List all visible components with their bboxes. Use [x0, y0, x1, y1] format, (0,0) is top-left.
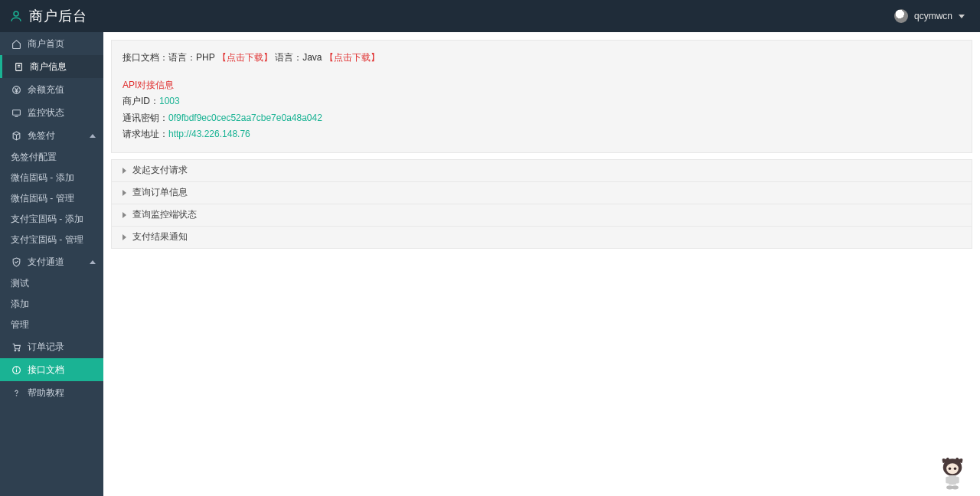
accordion-title: 查询订单信息	[132, 186, 188, 199]
username: qcymwcn	[914, 11, 952, 21]
svg-rect-5	[12, 109, 20, 115]
sidebar-sub-ali-add[interactable]: 支付宝固码 - 添加	[0, 209, 103, 230]
sidebar-item-label: 微信固码 - 管理	[11, 192, 74, 205]
accordion-title: 支付结果通知	[132, 230, 188, 243]
sidebar: 商户首页 商户信息 余额充值 监控状态 免签付 免签付配置 微信固码 - 添加 …	[0, 32, 103, 496]
sidebar-sub-ali-manage[interactable]: 支付宝固码 - 管理	[0, 230, 103, 250]
svg-point-15	[949, 468, 952, 471]
sidebar-sub-mq-config[interactable]: 免签付配置	[0, 147, 103, 168]
doc-prefix: 接口文档：语言：PHP	[122, 52, 214, 63]
api-accordion: 发起支付请求 查询订单信息 查询监控端状态 支付结果通知	[111, 159, 972, 249]
sidebar-item-label: 接口文档	[28, 364, 64, 377]
sidebar-sub-ch-add[interactable]: 添加	[0, 294, 103, 315]
sidebar-item-channel[interactable]: 支付通道	[0, 250, 103, 273]
svg-point-11	[16, 367, 17, 368]
api-info-panel: 接口文档：语言：PHP 【点击下载】 语言：Java 【点击下载】 API对接信…	[111, 40, 972, 153]
chevron-right-icon	[122, 212, 126, 218]
sidebar-item-label: 添加	[11, 298, 29, 311]
sidebar-item-label: 免签付配置	[11, 151, 57, 164]
sidebar-sub-wx-add[interactable]: 微信固码 - 添加	[0, 168, 103, 188]
svg-point-0	[14, 11, 18, 16]
sidebar-item-orders[interactable]: 订单记录	[0, 335, 103, 358]
sidebar-item-label: 帮助教程	[28, 387, 64, 400]
accordion-item: 支付结果通知	[111, 227, 972, 249]
accordion-item: 查询监控端状态	[111, 204, 972, 227]
info-icon	[11, 364, 21, 375]
svg-point-12	[16, 395, 17, 396]
svg-point-8	[18, 350, 19, 351]
sidebar-item-label: 支付宝固码 - 添加	[11, 213, 83, 226]
sidebar-sub-ch-test[interactable]: 测试	[0, 273, 103, 294]
question-icon	[11, 387, 21, 398]
sidebar-item-recharge[interactable]: 余额充值	[0, 78, 103, 101]
chevron-right-icon	[122, 234, 126, 240]
sidebar-sub-ch-manage[interactable]: 管理	[0, 315, 103, 335]
shield-check-icon	[11, 256, 21, 267]
sidebar-item-help[interactable]: 帮助教程	[0, 381, 103, 404]
accordion-item: 发起支付请求	[111, 159, 972, 182]
secret-row: 通讯密钥：0f9fbdf9ec0cec52aa7cbe7e0a48a042	[122, 110, 961, 127]
accordion-header-query-order[interactable]: 查询订单信息	[112, 182, 972, 204]
sidebar-item-label: 商户信息	[30, 60, 67, 73]
sidebar-item-merchant-info[interactable]: 商户信息	[0, 55, 103, 78]
yen-icon	[11, 84, 21, 95]
svg-rect-18	[946, 477, 949, 484]
sidebar-sub-wx-manage[interactable]: 微信固码 - 管理	[0, 188, 103, 209]
home-icon	[11, 38, 21, 49]
app-title: 商户后台	[29, 7, 87, 25]
sidebar-item-label: 订单记录	[28, 341, 64, 354]
cube-icon	[11, 130, 21, 141]
doc-mid: 语言：Java	[275, 52, 322, 63]
sidebar-item-label: 微信固码 - 添加	[11, 171, 74, 184]
sidebar-item-home[interactable]: 商户首页	[0, 32, 103, 55]
doc-download-line: 接口文档：语言：PHP 【点击下载】 语言：Java 【点击下载】	[122, 50, 961, 67]
sidebar-item-label: 免签付	[28, 129, 55, 142]
svg-point-14	[946, 463, 959, 474]
accordion-item: 查询订单信息	[111, 182, 972, 204]
svg-point-16	[954, 468, 957, 471]
monitor-icon	[11, 107, 21, 118]
svg-point-7	[15, 350, 16, 351]
download-java-link[interactable]: 【点击下载】	[325, 52, 380, 63]
accordion-title: 查询监控端状态	[132, 208, 197, 221]
chevron-up-icon	[90, 134, 96, 138]
chevron-right-icon	[122, 190, 126, 196]
merchant-id-value: 1003	[159, 96, 180, 106]
accordion-header-query-monitor[interactable]: 查询监控端状态	[112, 204, 972, 226]
sidebar-item-mianqian[interactable]: 免签付	[0, 124, 103, 147]
header-brand: 商户后台	[9, 7, 87, 25]
merchant-id-label: 商户ID：	[122, 96, 159, 106]
user-outline-icon	[9, 9, 23, 23]
cart-icon	[11, 341, 21, 352]
url-label: 请求地址：	[122, 129, 168, 139]
mascot-character[interactable]	[931, 449, 974, 491]
merchant-id-row: 商户ID：1003	[122, 93, 961, 110]
request-url-link[interactable]: http://43.226.148.76	[168, 129, 250, 139]
sidebar-item-label: 支付宝固码 - 管理	[11, 233, 83, 246]
sidebar-item-label: 支付通道	[28, 256, 64, 269]
sidebar-item-label: 商户首页	[28, 38, 64, 51]
user-menu[interactable]: qcymwcn	[894, 9, 965, 23]
top-header: 商户后台 qcymwcn	[0, 0, 980, 32]
main-content: 接口文档：语言：PHP 【点击下载】 语言：Java 【点击下载】 API对接信…	[103, 32, 980, 496]
api-info-title: API对接信息	[122, 77, 961, 94]
sidebar-item-label: 监控状态	[28, 106, 64, 119]
document-icon	[13, 61, 24, 72]
svg-point-21	[952, 485, 959, 489]
sidebar-item-monitor[interactable]: 监控状态	[0, 101, 103, 124]
accordion-title: 发起支付请求	[132, 164, 188, 177]
sidebar-item-label: 管理	[11, 318, 29, 331]
secret-value: 0f9fbdf9ec0cec52aa7cbe7e0a48a042	[168, 113, 322, 123]
download-php-link[interactable]: 【点击下载】	[217, 52, 273, 63]
accordion-header-pay-result[interactable]: 支付结果通知	[112, 227, 972, 248]
secret-label: 通讯密钥：	[122, 113, 168, 123]
sidebar-item-label: 测试	[11, 277, 29, 290]
sidebar-item-label: 余额充值	[28, 83, 64, 96]
svg-rect-19	[956, 477, 959, 484]
chevron-down-icon	[959, 15, 965, 18]
avatar	[894, 9, 908, 23]
chevron-right-icon	[122, 168, 126, 174]
request-url-row: 请求地址：http://43.226.148.76	[122, 126, 961, 143]
accordion-header-pay-request[interactable]: 发起支付请求	[112, 160, 972, 181]
sidebar-item-apidoc[interactable]: 接口文档	[0, 358, 103, 381]
